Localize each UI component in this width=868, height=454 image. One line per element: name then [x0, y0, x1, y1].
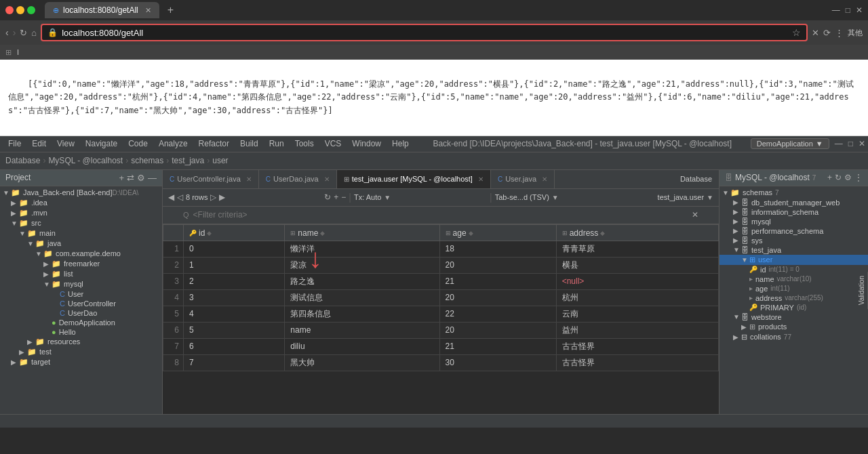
db-schema-dropdown[interactable]: ▼ [707, 194, 713, 201]
tab-usercontroller[interactable]: C UserController.java ✕ [163, 170, 259, 188]
menu-vcs[interactable]: VCS [319, 139, 347, 148]
back-button[interactable]: ‹ [5, 27, 9, 38]
user-java-tab-close-icon[interactable]: ✕ [542, 176, 547, 183]
tree-item-resources[interactable]: ▶ 📁 resources [0, 337, 162, 347]
tree-item-main[interactable]: ▼ 📁 main [0, 228, 162, 239]
col-address[interactable]: ⊞ address ◆ [556, 224, 718, 241]
tree-item-com[interactable]: ▼ 📁 com.example.demo [0, 249, 162, 259]
db-schemas-item[interactable]: ▼ 📁 schemas 7 [719, 188, 868, 198]
db-prev-button[interactable]: ◀ [168, 192, 174, 202]
menu-tools[interactable]: Tools [290, 139, 319, 148]
bookmark-icon[interactable]: ☆ [792, 27, 801, 38]
tree-item-target[interactable]: ▶ 📁 target [0, 357, 162, 367]
db-panel-add-icon[interactable]: + [827, 173, 832, 182]
tree-item-list[interactable]: ▶ 📁 list [0, 269, 162, 279]
tab-close-icon[interactable]: ✕ [145, 6, 151, 15]
menu-navigate[interactable]: Navigate [80, 139, 123, 148]
ide-restore-icon[interactable]: □ [848, 139, 853, 148]
breadcrumb-user[interactable]: user [212, 156, 228, 165]
breadcrumb-schemas[interactable]: schemas [131, 156, 163, 165]
menu-edit[interactable]: Edit [26, 139, 52, 148]
browser-tab[interactable]: ⊕ localhost:8080/getAll ✕ [45, 2, 159, 18]
forward-button[interactable]: › [13, 27, 16, 38]
ext-icon-3[interactable]: ⋮ [835, 28, 844, 38]
new-tab-button[interactable]: + [163, 4, 178, 16]
database-panel-toggle[interactable]: Database [673, 170, 719, 188]
minimize-panel-icon[interactable]: — [148, 173, 157, 183]
menu-code[interactable]: Code [123, 139, 153, 148]
db-mysql-item[interactable]: ▶ 🗄 mysql [719, 217, 868, 226]
ide-close-icon[interactable]: ✕ [859, 139, 865, 148]
db-products-item[interactable]: ▶ ⊞ products [719, 322, 868, 332]
db-prev-page-button[interactable]: ◁ [177, 192, 183, 202]
tree-item-idea[interactable]: ▶ 📁 .idea [0, 198, 162, 208]
menu-analyze[interactable]: Analyze [153, 139, 193, 148]
tab-db-table[interactable]: ⊞ test_java.user [MySQL - @localhost] ✕ [337, 170, 491, 188]
tab-user-java[interactable]: C User.java ✕ [491, 170, 555, 188]
minimize-icon[interactable]: — [832, 5, 840, 15]
breadcrumb-testjava[interactable]: test_java [172, 156, 204, 165]
db-panel-settings-icon[interactable]: ⚙ [844, 173, 852, 182]
db-webstore-item[interactable]: ▼ 🗄 webstore [719, 312, 868, 322]
address-input[interactable] [62, 28, 788, 38]
window-controls[interactable] [5, 6, 35, 14]
db-next-page-button[interactable]: ▷ [210, 192, 216, 202]
sync-icon[interactable]: ⇄ [127, 173, 134, 183]
validation-tab[interactable]: Validation [856, 272, 868, 309]
tree-item-userdao[interactable]: C UserDao [0, 308, 162, 318]
db-delete-row-button[interactable]: − [341, 192, 346, 202]
db-user-table-item[interactable]: ▼ ⊞ user [719, 255, 868, 265]
menu-build[interactable]: Build [235, 139, 264, 148]
ext-icon-1[interactable]: ✕ [812, 28, 819, 38]
window-close-icon[interactable]: ✕ [856, 5, 863, 15]
db-sys-item[interactable]: ▶ 🗄 sys [719, 236, 868, 245]
close-table-button[interactable]: ✕ [692, 210, 698, 220]
tree-item-demoapplication[interactable]: ● DemoApplication [0, 318, 162, 327]
col-age[interactable]: ⊞ age ◆ [439, 224, 556, 241]
ide-minimize-icon[interactable]: — [835, 139, 843, 148]
col-name[interactable]: ⊞ name ◆ [285, 224, 439, 241]
home-button[interactable]: ⌂ [31, 28, 37, 38]
db-table-tab-close-icon[interactable]: ✕ [478, 176, 484, 183]
menu-help[interactable]: Help [387, 139, 414, 148]
table-row[interactable]: 54第四条信息22云南 [163, 306, 719, 322]
tree-item-user-class[interactable]: C User [0, 289, 162, 299]
table-row[interactable]: 87黑大帅30古古怪界 [163, 354, 719, 371]
menu-run[interactable]: Run [264, 139, 290, 148]
db-testjava-item[interactable]: ▼ 🗄 test_java [719, 245, 868, 255]
db-student-manager-item[interactable]: ▶ 🗄 db_student_manager_web [719, 198, 868, 207]
table-row[interactable]: 43测试信息20杭州 [163, 289, 719, 306]
tree-item-usercontroller[interactable]: C UserController [0, 299, 162, 308]
db-add-row-button[interactable]: + [334, 192, 338, 202]
db-performance-schema-item[interactable]: ▶ 🗄 performance_schema [719, 226, 868, 236]
tree-item-mysql[interactable]: ▼ 📁 mysql [0, 279, 162, 289]
breadcrumb-mysql[interactable]: MySQL - @localhost [48, 156, 123, 165]
tree-item-freemarker[interactable]: ▶ 📁 freemarker [0, 259, 162, 269]
menu-window[interactable]: Window [347, 139, 387, 148]
table-row[interactable]: 21梁凉20横县 [163, 257, 719, 273]
run-config-area[interactable]: DemoApplication ▼ [751, 138, 829, 149]
tree-item-test[interactable]: ▶ 📁 test [0, 347, 162, 357]
db-panel-refresh-icon[interactable]: ↻ [835, 173, 842, 182]
tab-userdao[interactable]: C UserDao.java ✕ [259, 170, 337, 188]
settings-icon[interactable]: ⚙ [137, 173, 145, 183]
tree-item-src[interactable]: ▼ 📁 src [0, 218, 162, 228]
add-icon[interactable]: + [119, 173, 124, 183]
maximize-icon[interactable]: □ [846, 5, 850, 15]
menu-refactor[interactable]: Refactor [193, 139, 235, 148]
db-information-schema-item[interactable]: ▶ 🗄 information_schema [719, 207, 868, 217]
db-tx-dropdown[interactable]: ▼ [384, 194, 391, 201]
col-id[interactable]: 🔑 id ◆ [184, 224, 285, 241]
db-collations-item[interactable]: ▶ ⊟ collations 77 [719, 332, 868, 342]
db-next-button[interactable]: ▶ [219, 192, 225, 202]
table-row[interactable]: 32路之逸21<null> [163, 273, 719, 289]
breadcrumb-database[interactable]: Database [5, 156, 40, 165]
db-tsv-dropdown[interactable]: ▼ [552, 194, 559, 201]
refresh-button[interactable]: ↻ [20, 28, 27, 38]
menu-view[interactable]: View [52, 139, 80, 148]
address-bar-container[interactable]: 🔒 ☆ [41, 24, 808, 41]
ext-icon-2[interactable]: ⟳ [823, 28, 831, 38]
menu-file[interactable]: File [3, 139, 26, 148]
table-row[interactable]: 10懒洋洋18青青草原 [163, 241, 719, 257]
tree-item-hello[interactable]: ● Hello [0, 327, 162, 337]
